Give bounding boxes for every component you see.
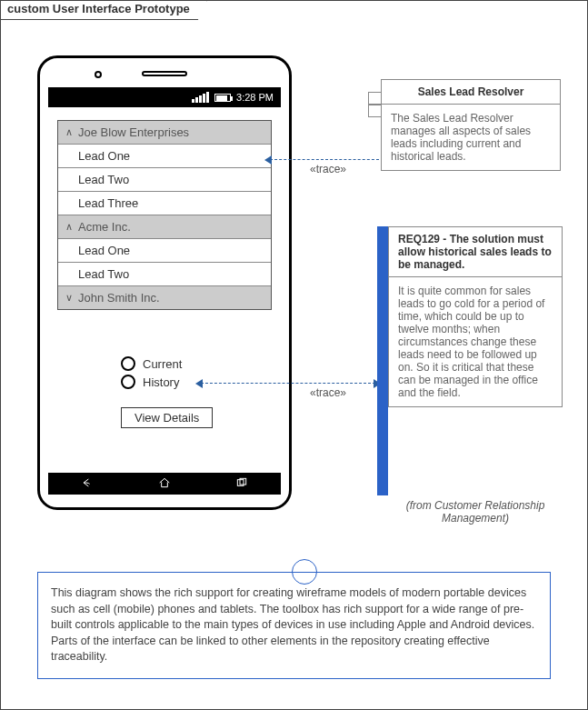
back-icon[interactable] xyxy=(80,475,95,493)
group-label: Acme Inc. xyxy=(78,220,131,234)
radio-history[interactable]: History xyxy=(121,375,182,389)
lead-list: ∧ Joe Blow Enterprises Lead One Lead Two… xyxy=(57,120,272,310)
phone-screen: ∧ Joe Blow Enterprises Lead One Lead Two… xyxy=(48,107,281,473)
radio-label: History xyxy=(143,375,179,389)
requirement-title: REQ129 - The solution must allow histori… xyxy=(389,227,562,277)
radio-label: Current xyxy=(143,357,182,371)
status-bar: 3:28 PM xyxy=(48,87,281,107)
status-time: 3:28 PM xyxy=(236,92,274,103)
list-item[interactable]: Lead Two xyxy=(58,168,271,192)
phone-speaker xyxy=(142,71,187,76)
element-body: The Sales Lead Resolver manages all aspe… xyxy=(382,105,560,170)
list-item[interactable]: Lead Three xyxy=(58,192,271,215)
trace-label: «trace» xyxy=(310,386,346,399)
group-header[interactable]: ∨ John Smith Inc. xyxy=(58,286,271,309)
element-sales-lead-resolver[interactable]: Sales Lead Resolver The Sales Lead Resol… xyxy=(381,79,561,171)
list-item[interactable]: Lead One xyxy=(58,145,271,168)
list-item[interactable]: Lead Two xyxy=(58,263,271,286)
arrowhead-left-icon xyxy=(195,379,203,388)
home-icon[interactable] xyxy=(157,475,172,493)
diagram-note: This diagram shows the rich support for … xyxy=(37,572,551,679)
radio-icon xyxy=(121,356,135,371)
frame-title: custom User Interface Prototype xyxy=(0,0,207,20)
trace-label: «trace» xyxy=(310,163,346,175)
chevron-up-icon: ∧ xyxy=(65,221,73,233)
phone-device: 3:28 PM ∧ Joe Blow Enterprises Lead One … xyxy=(37,55,292,510)
list-item[interactable]: Lead One xyxy=(58,239,271,263)
recent-apps-icon[interactable] xyxy=(234,475,249,493)
android-navbar xyxy=(48,473,281,495)
radio-current[interactable]: Current xyxy=(121,356,182,371)
group-label: Joe Blow Enterprises xyxy=(78,125,189,139)
trace-connector xyxy=(201,383,375,384)
radio-icon xyxy=(121,375,135,389)
chevron-up-icon: ∧ xyxy=(65,126,73,138)
chevron-down-icon: ∨ xyxy=(65,292,73,304)
requirement-body: It is quite common for sales leads to go… xyxy=(389,277,562,406)
requirement-req129[interactable]: REQ129 - The solution must allow histori… xyxy=(388,226,563,407)
signal-icon xyxy=(192,92,209,103)
radio-group: Current History xyxy=(121,353,182,393)
group-label: John Smith Inc. xyxy=(78,291,160,305)
group-header[interactable]: ∧ Acme Inc. xyxy=(58,215,271,239)
phone-camera-dot xyxy=(95,71,102,78)
battery-icon xyxy=(214,94,231,102)
view-details-button[interactable]: View Details xyxy=(121,407,213,428)
trace-connector xyxy=(270,159,379,160)
arrowhead-left-icon xyxy=(264,155,272,165)
requirement-blue-bar xyxy=(377,226,388,495)
group-header[interactable]: ∧ Joe Blow Enterprises xyxy=(58,121,271,145)
element-title: Sales Lead Resolver xyxy=(382,80,560,105)
diagram-frame: custom User Interface Prototype 3:28 PM … xyxy=(0,0,588,710)
requirement-source-caption: (from Customer Relationship Management) xyxy=(388,499,563,525)
